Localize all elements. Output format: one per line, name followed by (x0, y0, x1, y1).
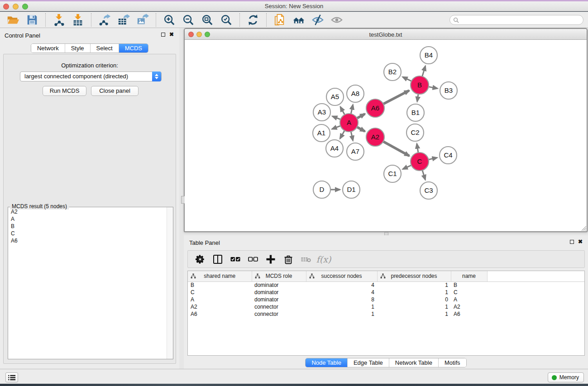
mcds-result-item[interactable]: C (9, 230, 166, 237)
table-row[interactable]: Bdominator41B (188, 281, 584, 289)
column-header-name[interactable]: name (451, 271, 487, 281)
cell-mcds-role[interactable]: dominator (252, 296, 306, 303)
clone-network-button[interactable] (273, 13, 287, 27)
delete-column-button[interactable] (300, 253, 312, 265)
node-B3[interactable]: B3 (440, 82, 457, 99)
zoom-selected-button[interactable] (220, 13, 233, 27)
search-field[interactable] (449, 15, 583, 25)
cell-mcds-role[interactable]: connector (252, 303, 306, 310)
tab-network[interactable]: Network (31, 44, 65, 52)
memory-button[interactable]: Memory (548, 372, 584, 382)
node-A3[interactable]: A3 (313, 104, 330, 121)
cell-shared-name[interactable]: A6 (188, 310, 252, 318)
node-A8[interactable]: A8 (347, 85, 364, 102)
cell-successor-nodes[interactable]: 8 (306, 296, 377, 303)
column-header-mcds-role[interactable]: MCDS role (252, 271, 306, 281)
cell-name[interactable]: C (451, 289, 487, 296)
mcds-result-item[interactable]: A6 (9, 237, 166, 244)
cell-successor-nodes[interactable]: 1 (306, 310, 377, 318)
column-header-predecessor-nodes[interactable]: predecessor nodes (377, 271, 451, 281)
node-D1[interactable]: D1 (343, 181, 360, 198)
mcds-result-item[interactable]: A2 (9, 208, 166, 215)
table-row[interactable]: A6connector11A6 (188, 310, 584, 318)
show-all-button[interactable] (330, 13, 344, 27)
table-settings-button[interactable] (194, 253, 206, 265)
tab-style[interactable]: Style (65, 44, 90, 52)
cell-name[interactable]: B (451, 281, 487, 289)
cell-predecessor-nodes[interactable]: 0 (377, 296, 451, 303)
cell-shared-name[interactable]: B (188, 281, 252, 289)
export-network-button[interactable] (98, 13, 111, 27)
cell-shared-name[interactable]: A (188, 296, 252, 303)
import-table-button[interactable] (71, 13, 85, 27)
table-row[interactable]: A2connector11A2 (188, 303, 584, 310)
node-table[interactable]: shared nameMCDS rolesuccessor nodesprede… (187, 271, 585, 356)
first-neighbors-button[interactable] (292, 13, 306, 27)
node-A5[interactable]: A5 (326, 88, 344, 105)
refresh-view-button[interactable] (246, 13, 260, 27)
mcds-result-list[interactable]: A2ABCA6 (9, 208, 166, 358)
task-history-button[interactable] (5, 372, 18, 382)
cell-name[interactable]: A2 (451, 303, 487, 310)
cell-mcds-role[interactable]: connector (252, 310, 306, 318)
cell-successor-nodes[interactable]: 4 (306, 281, 377, 289)
export-image-button[interactable] (136, 13, 149, 27)
function-builder-button[interactable]: f(x) (318, 253, 330, 265)
close-panel-button[interactable]: Close panel (91, 86, 139, 96)
float-panel-icon[interactable] (161, 33, 165, 37)
node-D[interactable]: D (313, 181, 330, 198)
close-panel-icon[interactable]: ✖ (169, 32, 174, 37)
resize-grip-icon[interactable] (580, 225, 586, 231)
cell-name[interactable]: A (451, 296, 487, 303)
node-C2[interactable]: C2 (406, 124, 424, 141)
zoom-fit-button[interactable] (201, 13, 214, 27)
cell-mcds-role[interactable]: dominator (252, 289, 306, 296)
select-all-rows-button[interactable] (229, 253, 241, 265)
cell-shared-name[interactable]: A2 (188, 303, 252, 310)
save-session-button[interactable] (25, 13, 39, 27)
zoom-out-button[interactable] (182, 13, 195, 27)
mcds-result-item[interactable]: A (9, 215, 166, 223)
cell-predecessor-nodes[interactable]: 1 (377, 310, 451, 318)
node-B2[interactable]: B2 (384, 63, 401, 81)
table-row[interactable]: Cdominator41C (188, 289, 584, 296)
tab-node-table[interactable]: Node Table (306, 358, 347, 367)
tab-select[interactable]: Select (90, 44, 119, 52)
split-columns-button[interactable] (212, 253, 224, 265)
node-A[interactable]: A (340, 114, 358, 132)
node-B1[interactable]: B1 (407, 104, 424, 121)
float-panel-icon[interactable] (570, 240, 574, 244)
table-row[interactable]: Adominator80A (188, 296, 584, 303)
export-table-button[interactable] (117, 13, 130, 27)
mcds-result-scrollbar[interactable] (167, 207, 173, 359)
column-header-successor-nodes[interactable]: successor nodes (306, 271, 377, 281)
tab-network-table[interactable]: Network Table (389, 358, 438, 367)
node-A1[interactable]: A1 (313, 124, 330, 142)
node-C3[interactable]: C3 (420, 182, 437, 199)
open-session-button[interactable] (6, 13, 20, 27)
run-mcds-button[interactable]: Run MCDS (43, 86, 86, 96)
cell-predecessor-nodes[interactable]: 1 (377, 281, 451, 289)
tab-edge-table[interactable]: Edge Table (347, 358, 389, 367)
deselect-all-rows-button[interactable] (247, 253, 259, 265)
cell-successor-nodes[interactable]: 4 (306, 289, 377, 296)
add-row-button[interactable] (265, 253, 277, 265)
hide-selected-button[interactable] (311, 13, 325, 27)
node-C[interactable]: C (411, 152, 429, 171)
close-panel-icon[interactable]: ✖ (578, 239, 583, 244)
zoom-in-button[interactable] (163, 13, 176, 27)
tab-motifs[interactable]: Motifs (438, 358, 466, 367)
cell-predecessor-nodes[interactable]: 1 (377, 303, 451, 310)
mcds-result-item[interactable]: B (9, 223, 166, 230)
optimization-criterion-select[interactable]: largest connected component (directed) (20, 71, 162, 81)
column-header-shared-name[interactable]: shared name (188, 271, 252, 281)
tab-mcds[interactable]: MCDS (119, 44, 148, 52)
node-A2[interactable]: A2 (366, 128, 384, 146)
node-C4[interactable]: C4 (440, 147, 457, 164)
node-A4[interactable]: A4 (326, 140, 343, 157)
search-input[interactable] (459, 16, 583, 24)
delete-rows-button[interactable] (282, 253, 294, 265)
cell-name[interactable]: A6 (451, 310, 487, 318)
node-B4[interactable]: B4 (420, 47, 437, 64)
node-C1[interactable]: C1 (384, 165, 401, 182)
